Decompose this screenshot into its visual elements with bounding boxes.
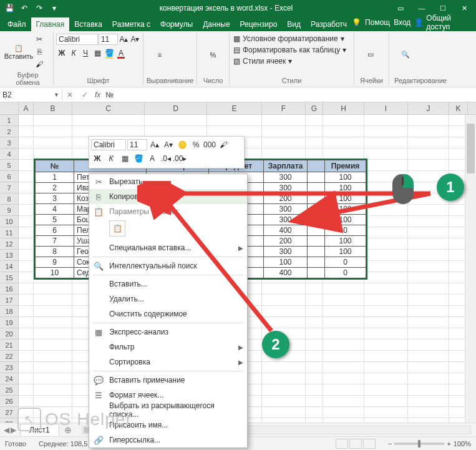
mini-shrink-font-icon[interactable]: A▾ <box>162 139 175 151</box>
column-header[interactable]: E <box>207 102 262 114</box>
table-cell[interactable]: 300 <box>264 247 308 257</box>
menu-pick-list[interactable]: Выбрать из раскрывающегося списка... <box>89 403 247 418</box>
mini-bold-button[interactable]: Ж <box>91 152 104 165</box>
undo-icon[interactable]: ↶ <box>17 1 31 15</box>
login-text[interactable]: Вход <box>394 18 410 27</box>
view-layout-icon[interactable] <box>349 439 362 449</box>
row-header[interactable]: 26 <box>0 396 19 407</box>
table-cell[interactable]: 100 <box>325 183 366 193</box>
tab-data[interactable]: Данные <box>198 17 235 31</box>
grow-font-icon[interactable]: A▴ <box>119 34 129 45</box>
mini-percent-icon[interactable]: % <box>190 139 202 151</box>
save-icon[interactable]: 💾 <box>2 1 16 15</box>
table-cell[interactable]: 3 <box>36 193 74 204</box>
column-header[interactable]: K <box>449 102 468 114</box>
menu-clear[interactable]: Очистить содержимое <box>89 306 247 321</box>
maximize-icon[interactable]: ☐ <box>434 1 452 15</box>
fx-icon[interactable]: fx <box>92 90 103 99</box>
row-header[interactable]: 8 <box>0 193 19 205</box>
menu-hyperlink[interactable]: 🔗Гиперссылка... <box>89 433 247 448</box>
tab-review[interactable]: Рецензиро <box>235 17 283 31</box>
view-normal-icon[interactable] <box>336 439 348 449</box>
menu-copy[interactable]: ⎘Копировать <box>89 189 247 204</box>
mini-italic-button[interactable]: К <box>105 152 117 165</box>
row-header[interactable]: 12 <box>0 238 19 250</box>
format-as-table-button[interactable]: ▤Форматировать как таблицу▾ <box>232 45 347 55</box>
menu-cut[interactable]: ✂Вырезать <box>89 174 247 189</box>
cells-button[interactable]: ▭ <box>357 34 384 76</box>
row-header[interactable]: 19 <box>0 317 19 328</box>
menu-sort[interactable]: Сортировка▶ <box>89 355 247 369</box>
column-header[interactable]: F <box>262 102 306 114</box>
row-header[interactable]: 15 <box>0 272 19 283</box>
tab-formulas[interactable]: Формулы <box>155 17 198 31</box>
table-cell[interactable]: 300 <box>264 172 308 183</box>
table-cell[interactable]: 300 <box>264 215 308 225</box>
zoom-level[interactable]: 100% <box>454 440 471 448</box>
row-header[interactable]: 22 <box>0 351 19 362</box>
mini-currency-icon[interactable]: 🪙 <box>176 139 188 151</box>
table-cell[interactable]: 100 <box>325 247 366 257</box>
column-header[interactable]: C <box>72 102 145 114</box>
table-cell[interactable]: 9 <box>36 257 74 268</box>
column-header[interactable]: D <box>145 102 207 114</box>
column-header[interactable]: H <box>323 102 364 114</box>
table-cell[interactable]: 200 <box>264 193 308 204</box>
table-cell[interactable]: 1 <box>36 172 74 183</box>
shrink-font-icon[interactable]: A▾ <box>130 34 140 45</box>
row-header[interactable]: 13 <box>0 250 19 261</box>
cell-styles-button[interactable]: ▧Стили ячеек▾ <box>232 56 347 66</box>
table-cell[interactable]: 4 <box>36 204 74 215</box>
tab-developer[interactable]: Разработч <box>306 17 352 31</box>
help-text[interactable]: Помощ <box>365 18 390 27</box>
cancel-formula-icon[interactable]: ✕ <box>62 90 77 99</box>
tab-home[interactable]: Главная <box>31 17 70 31</box>
tab-insert[interactable]: Вставка <box>69 17 107 31</box>
name-box[interactable]: B2▼ <box>0 89 62 100</box>
table-cell[interactable]: 10 <box>36 268 74 278</box>
table-cell[interactable]: 100 <box>325 204 366 215</box>
ribbon-options-icon[interactable]: ▭ <box>391 1 410 15</box>
table-cell[interactable]: 100 <box>325 172 366 183</box>
menu-paste-special[interactable]: Специальная вставка...▶ <box>89 240 247 255</box>
sheet-nav-prev-icon[interactable]: ◀ <box>4 426 9 434</box>
mini-format-painter-icon[interactable]: 🖌 <box>217 139 230 151</box>
menu-quick-analysis[interactable]: ▦Экспресс-анализ <box>89 325 247 340</box>
table-cell[interactable]: 2 <box>36 183 74 193</box>
row-header[interactable]: 6 <box>0 171 19 182</box>
row-header[interactable]: 23 <box>0 362 19 373</box>
add-sheet-icon[interactable]: ⊕ <box>59 425 77 435</box>
menu-smart-lookup[interactable]: 🔍Интеллектуальный поиск <box>89 258 247 273</box>
table-cell[interactable]: 300 <box>264 183 308 193</box>
zoom-in-icon[interactable]: + <box>447 440 450 448</box>
table-cell[interactable]: 400 <box>264 268 308 278</box>
minimize-icon[interactable]: — <box>412 1 431 15</box>
editing-button[interactable]: 🔍 <box>392 34 419 76</box>
row-header[interactable]: 17 <box>0 295 19 306</box>
column-header[interactable]: B <box>34 102 72 114</box>
font-size-select[interactable]: 11 <box>99 34 118 45</box>
mini-fill-icon[interactable]: 🪣 <box>132 152 145 165</box>
menu-delete[interactable]: Удалить... <box>89 291 247 306</box>
tab-layout[interactable]: Разметка с <box>107 17 155 31</box>
table-cell[interactable]: 100 <box>325 193 366 204</box>
table-cell[interactable]: 100 <box>325 236 366 247</box>
row-header[interactable]: 4 <box>0 149 19 160</box>
row-header[interactable]: 24 <box>0 373 19 384</box>
alignment-button[interactable]: ≡ <box>146 34 173 76</box>
redo-icon[interactable]: ↷ <box>32 1 46 15</box>
font-name-select[interactable]: Calibri <box>56 34 98 45</box>
paste-button[interactable]: 📋 Вставить <box>5 34 32 70</box>
mini-comma-icon[interactable]: 000 <box>203 139 216 151</box>
copy-icon[interactable]: ⎘ <box>34 46 45 57</box>
zoom-slider[interactable] <box>394 443 444 445</box>
row-header[interactable]: 27 <box>0 407 19 418</box>
menu-format-cells[interactable]: ☰Формат ячеек... <box>89 388 247 403</box>
table-cell[interactable]: 400 <box>264 225 308 236</box>
close-icon[interactable]: ✕ <box>455 1 474 15</box>
row-header[interactable]: 7 <box>0 182 19 193</box>
share-button[interactable]: 👤 Общий доступ <box>414 14 471 31</box>
table-cell[interactable]: 100 <box>264 257 308 268</box>
column-header[interactable]: I <box>364 102 408 114</box>
table-cell[interactable]: 7 <box>36 236 74 247</box>
